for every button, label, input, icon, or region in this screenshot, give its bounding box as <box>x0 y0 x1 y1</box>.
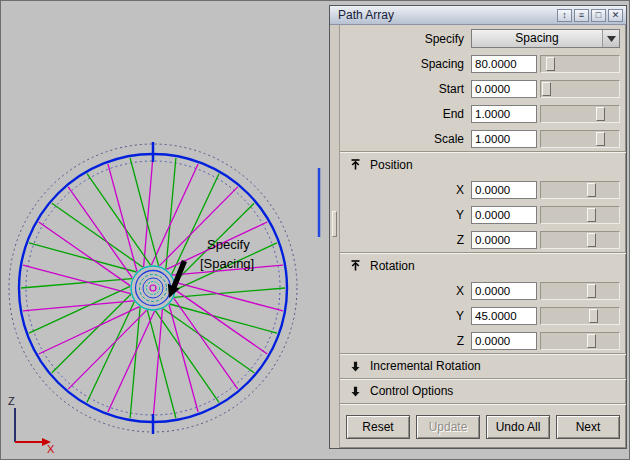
grip-handle[interactable] <box>332 211 337 237</box>
restore-icon[interactable]: □ <box>591 9 606 22</box>
scale-slider[interactable] <box>540 130 620 148</box>
position-z-label: Z <box>340 233 471 247</box>
rotation-z-label: Z <box>340 334 471 348</box>
expand-down-icon <box>349 360 362 373</box>
end-input[interactable]: 1.0000 <box>471 105 537 123</box>
close-icon[interactable]: ✕ <box>608 9 623 22</box>
control-options-label: Control Options <box>370 384 453 398</box>
position-x-row: X 0.0000 <box>340 177 626 202</box>
start-input[interactable]: 0.0000 <box>471 80 537 98</box>
position-z-input[interactable]: 0.0000 <box>471 231 537 249</box>
incremental-rotation-header[interactable]: Incremental Rotation <box>340 353 626 378</box>
application-window: Z X Specify [Spacing] Path Array ↕ ≡ □ ✕… <box>0 0 630 460</box>
specify-row: Specify Spacing <box>340 25 626 51</box>
prompt-line2: [Spacing] <box>200 254 254 273</box>
next-button[interactable]: Next <box>556 415 620 439</box>
x-axis-label: X <box>47 443 55 455</box>
menu-icon[interactable]: ≡ <box>574 9 589 22</box>
scale-row: Scale 1.0000 <box>340 126 626 151</box>
rotation-z-row: Z 0.0000 <box>340 328 626 353</box>
position-y-slider-thumb[interactable] <box>587 208 596 222</box>
prompt-line1: Specify <box>200 235 254 254</box>
rotation-x-slider-thumb[interactable] <box>587 284 596 298</box>
position-z-slider[interactable] <box>540 231 620 249</box>
end-label: End <box>340 107 471 121</box>
rotation-y-label: Y <box>340 309 471 323</box>
position-x-slider[interactable] <box>540 181 620 199</box>
incremental-rotation-label: Incremental Rotation <box>370 359 481 373</box>
scale-slider-thumb[interactable] <box>596 132 605 146</box>
rotation-y-input[interactable]: 45.0000 <box>471 307 537 325</box>
wheel-rim <box>19 154 287 422</box>
dropdown-arrow-icon[interactable] <box>602 30 619 47</box>
rotation-x-slider[interactable] <box>540 282 620 300</box>
collapse-up-icon <box>349 158 362 171</box>
rotation-y-slider[interactable] <box>540 307 620 325</box>
spacing-label: Spacing <box>340 57 471 71</box>
position-y-input[interactable]: 0.0000 <box>471 206 537 224</box>
rotation-y-slider-thumb[interactable] <box>589 309 598 323</box>
undo-all-button[interactable]: Undo All <box>486 415 550 439</box>
specify-dropdown-value: Spacing <box>472 30 602 47</box>
reset-button[interactable]: Reset <box>346 415 410 439</box>
rotation-x-row: X 0.0000 <box>340 278 626 303</box>
rotation-z-slider-thumb[interactable] <box>587 334 596 348</box>
update-button[interactable]: Update <box>416 415 480 439</box>
position-section-header[interactable]: Position <box>340 151 626 177</box>
rotation-x-label: X <box>340 284 471 298</box>
path-array-panel: Path Array ↕ ≡ □ ✕ Specify Spacing <box>329 5 627 449</box>
rotation-y-row: Y 45.0000 <box>340 303 626 328</box>
position-section-label: Position <box>370 158 413 172</box>
position-y-label: Y <box>340 208 471 222</box>
spacing-row: Spacing 80.0000 <box>340 51 626 76</box>
position-y-row: Y 0.0000 <box>340 202 626 227</box>
panel-titlebar[interactable]: Path Array ↕ ≡ □ ✕ <box>330 6 626 25</box>
inner-dotted-circle <box>26 161 280 415</box>
panel-title: Path Array <box>338 8 555 22</box>
outer-dotted-circle <box>9 144 297 432</box>
specify-dropdown[interactable]: Spacing <box>471 29 620 48</box>
rotation-section-header[interactable]: Rotation <box>340 252 626 278</box>
expand-down-icon <box>349 385 362 398</box>
wheel-spokes <box>21 156 285 420</box>
collapse-up-icon <box>349 259 362 272</box>
panel-content: Specify Spacing Spacing 80.0000 <box>340 25 626 448</box>
position-x-input[interactable]: 0.0000 <box>471 181 537 199</box>
position-z-slider-thumb[interactable] <box>587 233 596 247</box>
rotation-z-slider[interactable] <box>540 332 620 350</box>
position-y-slider[interactable] <box>540 206 620 224</box>
rotation-x-input[interactable]: 0.0000 <box>471 282 537 300</box>
position-x-label: X <box>340 183 471 197</box>
spacing-input[interactable]: 80.0000 <box>471 55 537 73</box>
specify-label: Specify <box>340 32 471 46</box>
start-label: Start <box>340 82 471 96</box>
spacing-slider-thumb[interactable] <box>546 57 555 71</box>
cursor-prompt: Specify [Spacing] <box>200 235 254 273</box>
position-z-row: Z 0.0000 <box>340 227 626 252</box>
rotation-section-label: Rotation <box>370 259 415 273</box>
start-row: Start 0.0000 <box>340 76 626 101</box>
panel-button-row: Reset Update Undo All Next <box>340 403 626 449</box>
scale-label: Scale <box>340 132 471 146</box>
spacing-slider[interactable] <box>540 55 620 73</box>
end-slider[interactable] <box>540 105 620 123</box>
position-x-slider-thumb[interactable] <box>587 183 596 197</box>
control-options-header[interactable]: Control Options <box>340 378 626 403</box>
end-slider-thumb[interactable] <box>596 107 605 121</box>
start-slider-thumb[interactable] <box>542 82 551 96</box>
rotation-z-input[interactable]: 0.0000 <box>471 332 537 350</box>
scale-input[interactable]: 1.0000 <box>471 130 537 148</box>
start-slider[interactable] <box>540 80 620 98</box>
panel-grip[interactable] <box>330 25 340 448</box>
dock-icon[interactable]: ↕ <box>557 9 572 22</box>
axis-indicator: Z X <box>8 395 55 455</box>
z-axis-label: Z <box>8 395 15 407</box>
end-row: End 1.0000 <box>340 101 626 126</box>
